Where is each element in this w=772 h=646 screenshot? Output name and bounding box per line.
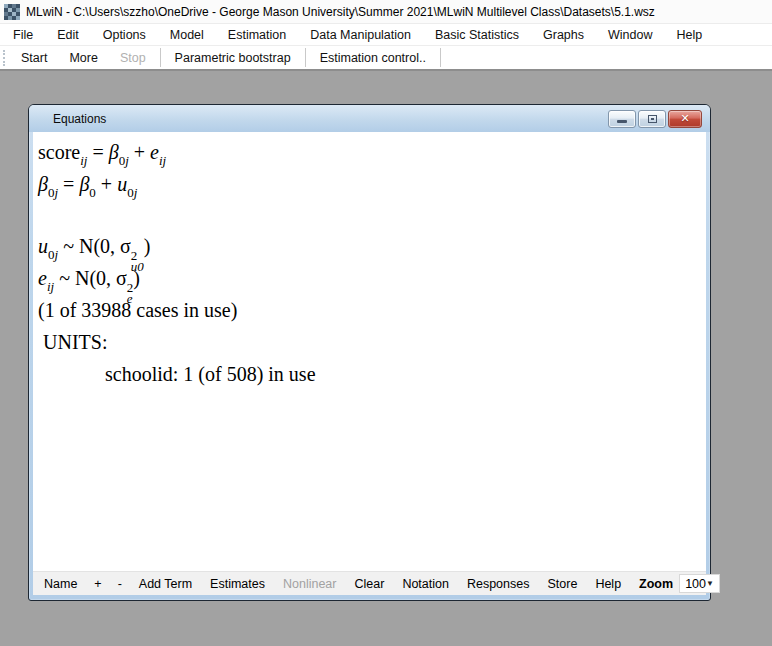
- menu-item-window[interactable]: Window: [596, 24, 664, 45]
- eq-button-add-term[interactable]: Add Term: [130, 577, 201, 591]
- menu-item-file[interactable]: File: [1, 24, 45, 45]
- toolbar-separator: [160, 48, 161, 67]
- toolbar-separator: [305, 48, 306, 67]
- menu-item-model[interactable]: Model: [158, 24, 216, 45]
- toolbar-grip[interactable]: [3, 50, 6, 66]
- restore-icon: [648, 115, 657, 123]
- menu-item-data-manipulation[interactable]: Data Manipulation: [298, 24, 423, 45]
- eq-button-clear[interactable]: Clear: [346, 577, 394, 591]
- equation-line: scoreij = β0j + eij: [33, 136, 706, 168]
- equation-line: u0j ~ N(0, σ2u0): [33, 230, 706, 262]
- zoom-value: 100: [685, 577, 706, 591]
- zoom-label: Zoom: [630, 577, 679, 591]
- menubar: File Edit Options Model Estimation Data …: [0, 24, 772, 46]
- minimize-icon: [617, 120, 627, 123]
- equation-line: UNITS:: [33, 326, 706, 358]
- equations-titlebar[interactable]: Equations ✕: [29, 105, 710, 132]
- eq-button-plus[interactable]: +: [86, 577, 109, 591]
- equation-line: eij ~ N(0, σ2e): [33, 262, 706, 294]
- minimize-button[interactable]: [608, 110, 636, 128]
- equations-title: Equations: [53, 112, 106, 126]
- menu-item-edit[interactable]: Edit: [45, 24, 91, 45]
- equations-content: scoreij = β0j + eijβ0j = β0 + u0ju0j ~ N…: [33, 132, 706, 571]
- toolbar-separator: [440, 48, 441, 67]
- menu-item-options[interactable]: Options: [91, 24, 158, 45]
- restore-button[interactable]: [638, 110, 666, 128]
- equations-toolbar: Name + - Add Term Estimates Nonlinear Cl…: [33, 571, 706, 595]
- close-icon: ✕: [680, 113, 689, 124]
- zoom-combobox[interactable]: 100 ▼: [679, 574, 720, 593]
- app-icon: [4, 4, 20, 20]
- eq-button-store[interactable]: Store: [538, 577, 586, 591]
- chevron-down-icon: ▼: [706, 579, 719, 588]
- toolbar-button-stop: Stop: [109, 47, 157, 68]
- eq-button-minus[interactable]: -: [110, 577, 130, 591]
- menu-item-basic-statistics[interactable]: Basic Statistics: [423, 24, 531, 45]
- menu-item-graphs[interactable]: Graphs: [531, 24, 596, 45]
- equation-spacer: [33, 200, 706, 230]
- eq-button-notation[interactable]: Notation: [393, 577, 458, 591]
- eq-button-name[interactable]: Name: [35, 577, 86, 591]
- toolbar-button-estimation-control[interactable]: Estimation control..: [309, 47, 437, 68]
- toolbar-button-start[interactable]: Start: [10, 47, 58, 68]
- eq-button-estimates[interactable]: Estimates: [201, 577, 274, 591]
- equation-line: schoolid: 1 (of 508) in use: [33, 358, 706, 390]
- toolbar-button-more[interactable]: More: [58, 47, 108, 68]
- eq-button-help[interactable]: Help: [586, 577, 630, 591]
- toolbar-button-parametric-bootstrap[interactable]: Parametric bootstrap: [164, 47, 302, 68]
- eq-button-nonlinear: Nonlinear: [274, 577, 346, 591]
- menu-item-help[interactable]: Help: [665, 24, 715, 45]
- titlebar: MLwiN - C:\Users\szzho\OneDrive - George…: [0, 0, 772, 24]
- main-toolbar: Start More Stop Parametric bootstrap Est…: [0, 46, 772, 71]
- close-button[interactable]: ✕: [668, 110, 702, 128]
- window-controls: ✕: [608, 110, 702, 128]
- menu-item-estimation[interactable]: Estimation: [216, 24, 298, 45]
- window-title: MLwiN - C:\Users\szzho\OneDrive - George…: [26, 5, 655, 19]
- equation-line: (1 of 33988 cases in use): [33, 294, 706, 326]
- equation-line: β0j = β0 + u0j: [33, 168, 706, 200]
- eq-button-responses[interactable]: Responses: [458, 577, 539, 591]
- equations-window: Equations ✕ scoreij = β0j + eijβ0j = β0 …: [28, 104, 711, 601]
